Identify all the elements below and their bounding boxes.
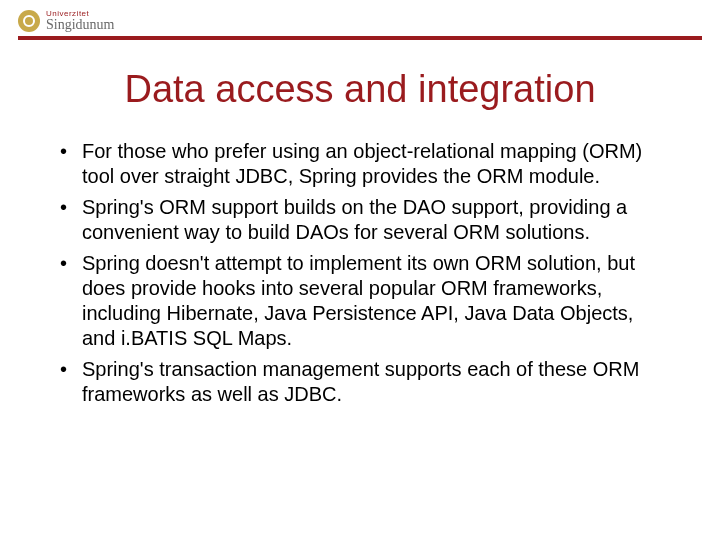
bullet-list: For those who prefer using an object-rel… [60,139,672,407]
logo-name-label: Singidunum [46,18,114,32]
page-title: Data access and integration [0,68,720,111]
divider [18,36,702,40]
list-item: Spring's ORM support builds on the DAO s… [60,195,672,245]
content: For those who prefer using an object-rel… [0,139,720,407]
logo: Univerzitet Singidunum [18,10,702,32]
list-item: Spring doesn't attempt to implement its … [60,251,672,351]
logo-text: Univerzitet Singidunum [46,10,114,32]
logo-icon [18,10,40,32]
list-item: For those who prefer using an object-rel… [60,139,672,189]
list-item: Spring's transaction management supports… [60,357,672,407]
header: Univerzitet Singidunum [0,0,720,40]
